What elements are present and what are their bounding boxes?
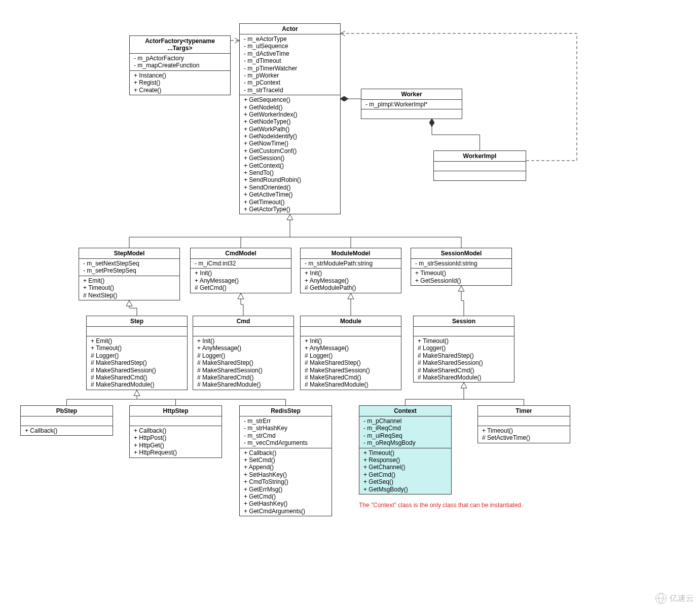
methods-compartment: + Timeout()# Logger()# MakeSharedStep()#… (414, 336, 514, 382)
method: + Callback() (25, 427, 108, 434)
field: - m_vecCmdArguments (244, 439, 327, 446)
fields-compartment (193, 327, 293, 336)
method: + GetCmd() (244, 493, 327, 500)
methods-compartment: + Timeout()# SetActiveTime() (478, 426, 570, 443)
class-Actor: Actor- m_eActorType- m_ulSequence- m_dAc… (239, 23, 341, 214)
context-note: The "Context" class is the only class th… (359, 502, 523, 509)
fields-compartment (87, 327, 187, 336)
methods-compartment: + Emit()+ Timeout()# NextStep() (79, 276, 179, 300)
class-Cmd: Cmd + Init()+ AnyMessage()# Logger()# Ma… (193, 316, 294, 390)
field: - m_strErr (244, 417, 327, 425)
method: # MakeSharedModule() (305, 381, 397, 388)
method: + GetNodeId() (244, 104, 336, 111)
method: # MakeSharedModule() (418, 374, 510, 381)
method: # MakeSharedStep() (305, 359, 397, 366)
class-HttpStep: HttpStep + Callback()+ HttpPost()+ HttpG… (129, 405, 222, 458)
method: + Timeout() (415, 270, 507, 277)
method: + GetNowTime() (244, 140, 336, 147)
connectors-layer (0, 0, 700, 609)
uml-canvas: { "chart_data": { "type": "table", "desc… (0, 0, 700, 609)
method: # Logger() (197, 352, 289, 359)
fields-compartment: - m_strErr- m_strHashKey- m_strCmd- m_ve… (240, 416, 331, 448)
field: - m_pTimerWatcher (244, 65, 336, 72)
field: - m_setNextStepSeq (83, 260, 175, 267)
method: + GetChannel() (363, 464, 447, 471)
class-title: Worker (361, 89, 462, 100)
method: # NextStep() (83, 292, 175, 299)
class-CmdModel: CmdModel- m_iCmd:int32+ Init()+ AnyMessa… (190, 248, 291, 293)
class-title: Actor (240, 24, 340, 34)
method: + GetSession() (244, 155, 336, 162)
method: + AnyMessage() (197, 345, 289, 352)
methods-compartment: + Timeout()+ Response()+ GetChannel()+ G… (359, 448, 451, 494)
fields-compartment: - m_eActorType- m_ulSequence- m_dActiveT… (240, 34, 340, 95)
method: + Create() (134, 87, 226, 94)
field: - m_strHashKey (244, 425, 327, 432)
fields-compartment (130, 416, 222, 426)
method: + GetContext() (244, 162, 336, 169)
method: + Timeout() (83, 284, 175, 291)
methods-compartment: + Init()+ AnyMessage()# Logger()# MakeSh… (193, 336, 293, 390)
field: - m_strCmd (244, 432, 327, 439)
method: + Append() (244, 464, 327, 471)
method: # MakeSharedCmd() (418, 367, 510, 374)
class-title: CmdModel (191, 248, 291, 259)
fields-compartment: - m_pActorFactory- m_mapCreateFunction (130, 54, 230, 71)
method: + GetSessionId() (415, 277, 507, 284)
class-WorkerImpl: WorkerImpl (433, 150, 526, 181)
fields-compartment: - m_iCmd:int32 (191, 259, 291, 269)
method: + GetNodeIdentify() (244, 133, 336, 140)
method: + GetHashKey() (244, 500, 327, 507)
methods-compartment (434, 171, 526, 180)
method: # MakeSharedModule() (91, 381, 183, 388)
fields-compartment (478, 416, 570, 426)
fields-compartment: - m_strModulePath:string (301, 259, 401, 269)
class-ModuleModel: ModuleModel- m_strModulePath:string+ Ini… (300, 248, 401, 293)
class-title: Session (414, 316, 514, 327)
method: + GetSequence() (244, 96, 336, 103)
field: - m_iCmd:int32 (195, 260, 287, 267)
methods-compartment: + Init()+ AnyMessage()# Logger()# MakeSh… (301, 336, 401, 390)
field: - m_pChannel (363, 417, 447, 425)
class-title: StepModel (79, 248, 179, 259)
method: # GetModulePath() (305, 284, 397, 291)
method: # MakeSharedCmd() (91, 374, 183, 381)
class-Step: Step + Emit()+ Timeout()# Logger()# Make… (86, 316, 188, 390)
method: + CmdToString() (244, 478, 327, 485)
class-Timer: Timer + Timeout()# SetActiveTime() (477, 405, 570, 443)
method: + Timeout() (418, 337, 510, 345)
method: + Init() (305, 270, 397, 277)
method: + Init() (197, 337, 289, 345)
methods-compartment: + Timeout()+ GetSessionId() (411, 269, 511, 285)
field: - m_ulSequence (244, 43, 336, 50)
methods-compartment: + Callback() (21, 426, 113, 435)
fields-compartment: - m_pImpl:WorkerImpl* (361, 100, 462, 109)
field: - m_dActiveTime (244, 50, 336, 57)
field: - m_uiReqSeq (363, 432, 447, 439)
class-RedisStep: RedisStep- m_strErr- m_strHashKey- m_str… (239, 405, 332, 516)
fields-compartment: - m_strSessionId:string (411, 259, 511, 269)
class-title: Timer (478, 406, 570, 416)
class-ActorFactory: ActorFactory<typename ...Targs>- m_pActo… (129, 35, 231, 95)
method: + GetActiveTime() (244, 191, 336, 198)
method: + SendOriented() (244, 184, 336, 191)
method: + GetCmd() (363, 471, 447, 478)
fields-compartment (414, 327, 514, 336)
method: + GetMsgBody() (363, 486, 447, 493)
method: + GetCmdArguments() (244, 508, 327, 515)
class-title: Step (87, 316, 187, 327)
method: # SetActiveTime() (482, 434, 566, 441)
methods-compartment: + Callback()+ HttpPost()+ HttpGet()+ Htt… (130, 426, 222, 458)
method: # MakeSharedStep() (91, 359, 183, 366)
class-Context: Context- m_pChannel- m_iReqCmd- m_uiReqS… (359, 405, 452, 494)
fields-compartment (21, 416, 113, 426)
methods-compartment: + Callback()+ SetCmd()+ Append()+ SetHas… (240, 448, 331, 516)
field: - m_oReqMsgBody (363, 439, 447, 446)
methods-compartment: + Init()+ AnyMessage()# GetModulePath() (301, 269, 401, 292)
method: # MakeSharedCmd() (197, 374, 289, 381)
method: + HttpRequest() (134, 449, 217, 456)
method: + GetActorType() (244, 206, 336, 213)
watermark: 亿速云 (655, 593, 694, 604)
field: - m_iReqCmd (363, 425, 447, 432)
fields-compartment (434, 162, 526, 171)
